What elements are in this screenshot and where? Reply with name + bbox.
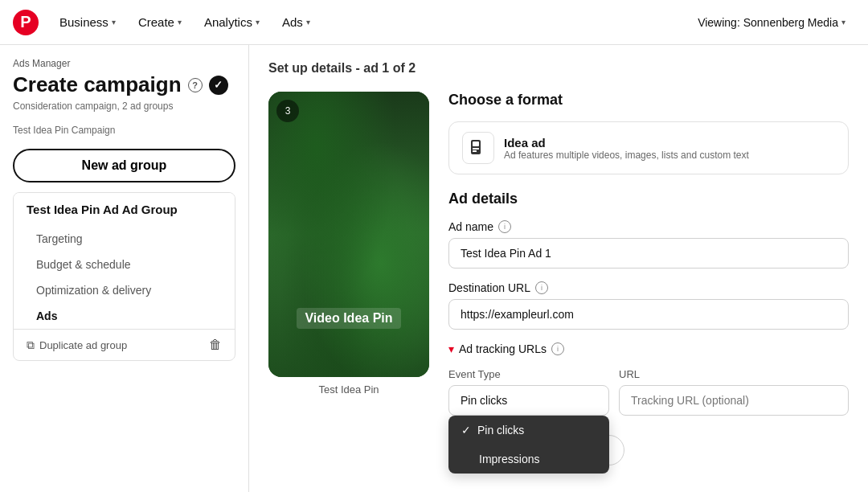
pin-count-badge: 3 — [276, 100, 299, 122]
main-content: Set up details - ad 1 of 2 3 Video Idea … — [249, 45, 868, 492]
dropdown-item-impressions[interactable]: Impressions — [448, 445, 609, 474]
event-type-dropdown-wrapper: Pin clicks ✓ Pin clicks Impress — [448, 385, 609, 416]
dropdown-item-pin-clicks[interactable]: ✓ Pin clicks — [448, 416, 609, 445]
format-info: Idea ad Ad features multiple videos, ima… — [504, 136, 749, 161]
nav-ads[interactable]: Ads ▾ — [274, 10, 318, 34]
duplicate-ad-group-button[interactable]: ⧉ Duplicate ad group — [27, 338, 127, 352]
svg-rect-3 — [473, 150, 477, 152]
destination-url-info-icon[interactable]: i — [535, 281, 548, 294]
nav-business-label: Business — [59, 15, 108, 29]
page-title: Create campaign ? ✓ — [13, 72, 235, 97]
check-icon: ✓ — [209, 76, 228, 95]
nav-analytics[interactable]: Analytics ▾ — [196, 10, 268, 34]
tracking-url-input[interactable] — [619, 385, 849, 416]
chevron-down-icon: ▾ — [841, 18, 845, 27]
duplicate-label: Duplicate ad group — [39, 339, 127, 351]
ad-name-label: Ad name i — [448, 220, 849, 233]
idea-ad-icon — [462, 132, 494, 164]
ad-group-header: Test Idea Pin Ad Ad Group — [14, 193, 235, 226]
logo-p: P — [20, 13, 31, 31]
tracking-chevron-icon: ▾ — [448, 342, 454, 355]
pin-image: 3 Video Idea Pin — [268, 92, 429, 377]
checkmark-icon: ✓ — [461, 424, 471, 437]
nav-create-label: Create — [138, 15, 174, 29]
nav-viewing[interactable]: Viewing: Sonnenberg Media ▾ — [688, 11, 855, 34]
pin-video-label: Video Idea Pin — [297, 308, 400, 329]
tracking-info-icon[interactable]: i — [551, 342, 564, 355]
sidebar-item-ads[interactable]: Ads — [14, 303, 235, 329]
dropdown-item-label: Impressions — [479, 453, 539, 465]
tracking-title: Ad tracking URLs — [459, 342, 547, 355]
sidebar: Ads Manager Create campaign ? ✓ Consider… — [0, 45, 249, 492]
nav-business[interactable]: Business ▾ — [51, 10, 124, 34]
event-type-dropdown-menu: ✓ Pin clicks Impressions — [448, 416, 609, 474]
campaign-name: Test Idea Pin Campaign — [13, 125, 235, 136]
event-type-label: Event Type — [448, 368, 609, 380]
campaign-info: Consideration campaign, 2 ad groups — [13, 100, 235, 112]
sidebar-item-budget[interactable]: Budget & schedule — [14, 252, 235, 277]
sidebar-item-optimization[interactable]: Optimization & delivery — [14, 277, 235, 303]
format-card[interactable]: Idea ad Ad features multiple videos, ima… — [448, 121, 849, 174]
chevron-down-icon: ▾ — [112, 18, 116, 27]
nav-analytics-label: Analytics — [204, 15, 252, 29]
selected-event-label: Pin clicks — [461, 394, 507, 407]
event-type-column: Event Type Pin clicks ✓ Pin clicks — [448, 368, 609, 416]
pin-caption: Test Idea Pin — [268, 383, 429, 396]
new-ad-group-button[interactable]: New ad group — [13, 149, 235, 182]
chevron-down-icon: ▾ — [178, 18, 182, 27]
svg-rect-2 — [473, 148, 479, 150]
chevron-down-icon: ▾ — [306, 18, 310, 27]
content-area: 3 Video Idea Pin Test Idea Pin Choose a … — [268, 92, 849, 465]
nav-ads-label: Ads — [282, 15, 303, 29]
event-url-row: Event Type Pin clicks ✓ Pin clicks — [448, 368, 849, 416]
destination-url-label: Destination URL i — [448, 281, 849, 294]
pin-video-label-overlay: Video Idea Pin — [268, 308, 429, 329]
setup-header: Set up details - ad 1 of 2 — [268, 61, 849, 76]
destination-url-input[interactable] — [448, 299, 849, 330]
chevron-down-icon: ▾ — [256, 18, 260, 27]
format-section-title: Choose a format — [448, 92, 849, 109]
url-label: URL — [619, 368, 849, 380]
ad-name-input[interactable] — [448, 238, 849, 269]
ad-group-footer: ⧉ Duplicate ad group 🗑 — [14, 329, 235, 360]
top-navigation: P Business ▾ Create ▾ Analytics ▾ Ads ▾ … — [0, 0, 868, 45]
sidebar-item-targeting[interactable]: Targeting — [14, 226, 235, 252]
help-icon[interactable]: ? — [188, 78, 203, 92]
viewing-label: Viewing: Sonnenberg Media — [698, 16, 838, 29]
format-name: Idea ad — [504, 136, 749, 150]
right-panel: Choose a format Idea ad Ad features mult… — [448, 92, 849, 465]
ad-details-title: Ad details — [448, 191, 849, 207]
pin-preview-container: 3 Video Idea Pin Test Idea Pin — [268, 92, 429, 465]
ad-name-info-icon[interactable]: i — [498, 220, 511, 233]
pin-background — [268, 92, 429, 377]
event-type-dropdown-trigger[interactable]: Pin clicks — [448, 385, 609, 416]
tracking-url-column: URL — [619, 368, 849, 416]
dropdown-item-label: Pin clicks — [477, 424, 524, 437]
breadcrumb: Ads Manager — [13, 58, 235, 69]
ad-group-container: Test Idea Pin Ad Ad Group Targeting Budg… — [13, 192, 235, 361]
delete-button[interactable]: 🗑 — [209, 338, 222, 352]
svg-rect-1 — [473, 141, 479, 146]
nav-create[interactable]: Create ▾ — [130, 10, 190, 34]
format-desc: Ad features multiple videos, images, lis… — [504, 150, 749, 161]
pinterest-logo[interactable]: P — [13, 10, 39, 35]
duplicate-icon: ⧉ — [27, 338, 35, 352]
main-layout: Ads Manager Create campaign ? ✓ Consider… — [0, 45, 868, 492]
tracking-header[interactable]: ▾ Ad tracking URLs i — [448, 342, 849, 355]
